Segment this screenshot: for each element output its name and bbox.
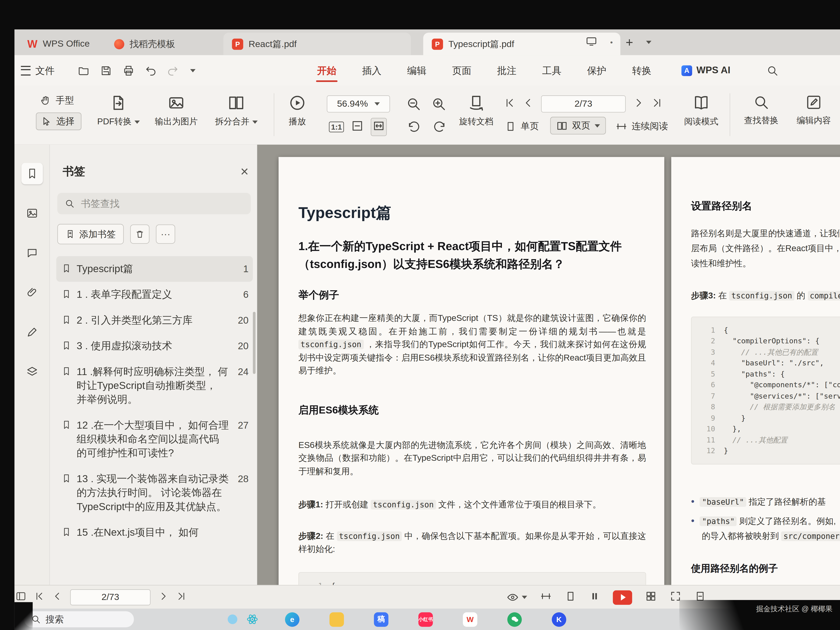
tab-docer-templates[interactable]: 找稻壳模板 xyxy=(106,33,218,55)
zoom-select[interactable]: 56.94% xyxy=(327,95,390,112)
last-page-button[interactable] xyxy=(651,97,663,111)
find-replace-button[interactable]: 查找替换 xyxy=(739,94,784,126)
add-bookmark-button[interactable]: 添加书签 xyxy=(57,224,124,244)
next-page-button[interactable] xyxy=(158,591,169,604)
tab-wps-home[interactable]: W WPS Office xyxy=(19,33,100,55)
tab-list-chevron-icon[interactable] xyxy=(646,41,651,44)
wps-ai-button[interactable]: A WPS AI xyxy=(681,55,730,86)
save-button[interactable] xyxy=(98,63,114,79)
select-tool-button[interactable]: 选择 xyxy=(36,112,82,130)
wechat-icon[interactable] xyxy=(507,612,522,627)
page-indicator-input[interactable]: 2/73 xyxy=(70,589,151,605)
previous-page-button[interactable] xyxy=(522,97,534,111)
previous-page-button[interactable] xyxy=(52,591,63,604)
pdf-convert-button[interactable]: PDF转换 xyxy=(93,94,144,128)
menu-tab-edit[interactable]: 编辑 xyxy=(405,55,429,86)
attachments-panel-button[interactable] xyxy=(21,282,43,303)
taskbar-search-box[interactable]: 搜索 xyxy=(24,611,134,627)
wps-app-icon[interactable]: W xyxy=(463,612,477,627)
keep-app-icon[interactable]: K xyxy=(552,612,566,627)
gaoding-app-icon[interactable]: 稿 xyxy=(374,612,388,627)
bookmark-search-input[interactable] xyxy=(80,197,243,210)
actual-size-button[interactable]: 1:1 xyxy=(329,122,344,132)
new-tab-button[interactable]: + xyxy=(625,36,633,49)
bookmark-item[interactable]: Typescript篇1 xyxy=(56,256,253,282)
edit-content-button[interactable]: 编辑内容 xyxy=(791,94,836,126)
double-page-icon xyxy=(556,120,568,131)
rotate-left-button[interactable] xyxy=(407,120,421,134)
more-options-button[interactable]: ··· xyxy=(156,224,175,244)
export-image-button[interactable]: 输出为图片 xyxy=(150,94,203,128)
bookmarks-panel-button[interactable] xyxy=(21,163,43,185)
bookmark-item[interactable]: 15 .在Next.js项目中， 如何 xyxy=(56,519,253,545)
print-button[interactable] xyxy=(120,63,137,79)
bookmark-item[interactable]: 11 .解释何时应明确标注类型， 何时让TypeScript自动推断类型， 并举… xyxy=(56,359,253,412)
rotate-right-button[interactable] xyxy=(433,120,446,134)
undo-button[interactable] xyxy=(143,63,159,79)
bookmark-item[interactable]: 13 . 实现一个装饰器来自动记录类的方法执行时间。 讨论装饰器在TypeScr… xyxy=(56,466,253,519)
first-page-button[interactable] xyxy=(34,591,44,604)
menu-tab-tools[interactable]: 工具 xyxy=(540,55,564,86)
page-mode-button[interactable] xyxy=(565,590,576,604)
menu-tab-protect[interactable]: 保护 xyxy=(585,55,609,86)
bookmark-item[interactable]: 3 . 使用虚拟滚动技术20 xyxy=(56,333,253,359)
doc-paragraph-intro: 想象你正在构建一座精美的大厦，而TypeScript（TS）就是你的建筑设计蓝图… xyxy=(298,312,646,377)
weather-widget-icon[interactable] xyxy=(225,612,239,627)
page-indicator-input[interactable]: 2/73 xyxy=(541,95,626,112)
fit-page-button[interactable] xyxy=(351,120,364,134)
zoom-out-button[interactable] xyxy=(406,96,421,111)
first-page-button[interactable] xyxy=(504,97,515,111)
layers-panel-button[interactable] xyxy=(21,361,43,382)
rotate-document-button[interactable]: 旋转文档 xyxy=(455,94,498,128)
file-menu-button[interactable]: 文件 xyxy=(21,55,55,86)
continuous-reading-button[interactable]: 连续阅读 xyxy=(616,120,668,132)
close-panel-button[interactable]: × xyxy=(240,164,249,178)
redo-button[interactable] xyxy=(164,63,181,79)
doc-subheading-alias: 设置路径别名 xyxy=(691,199,840,213)
bookmark-item[interactable]: 12 .在一个大型项目中， 如何合理组织模块和命名空间以提高代码的可维护性和可读… xyxy=(56,412,253,466)
bookmark-item[interactable]: 1 . 表单字段配置定义6 xyxy=(56,282,253,308)
menu-tab-insert[interactable]: 插入 xyxy=(360,55,384,86)
react-atom-icon[interactable] xyxy=(245,612,259,627)
play-button[interactable]: 播放 xyxy=(282,94,312,128)
pdf-page-left: Typescript篇 1.在一个新的TypeScript + React项目中… xyxy=(279,157,665,585)
present-monitor-icon[interactable] xyxy=(586,35,597,49)
open-file-button[interactable] xyxy=(76,63,92,79)
xiaohongshu-app-icon[interactable]: 小红书 xyxy=(418,612,433,627)
split-merge-button[interactable]: 拆分合并 xyxy=(211,94,262,128)
thumbnail-grid-button[interactable] xyxy=(645,590,657,604)
toggle-sidebar-button[interactable] xyxy=(16,591,26,604)
continuous-mode-button[interactable] xyxy=(540,590,552,604)
start-play-button[interactable] xyxy=(613,590,632,605)
double-page-button[interactable]: 双页 xyxy=(550,117,606,134)
menu-tab-convert[interactable]: 转换 xyxy=(630,55,654,86)
thumbnails-panel-button[interactable] xyxy=(21,202,43,224)
edge-browser-icon[interactable]: e xyxy=(285,612,300,627)
view-options-button[interactable] xyxy=(507,591,527,603)
bookmark-scrollbar[interactable] xyxy=(253,312,256,374)
bookmark-search-box[interactable] xyxy=(57,193,251,214)
doc-paragraph-alias: 路径别名则是大厦里的快速通道，让我们能 层布局（文件路径）。在React项目中，… xyxy=(691,226,840,271)
bullet-paths-continued: 的导入都将被映射到 src/componer xyxy=(691,529,840,543)
single-page-button[interactable]: 单页 xyxy=(505,120,539,132)
hand-tool-button[interactable]: 手型 xyxy=(36,92,82,109)
bookmark-icon xyxy=(62,289,71,299)
menu-tab-page[interactable]: 页面 xyxy=(450,55,474,86)
menubar-search-icon[interactable] xyxy=(764,63,781,79)
menu-tab-home[interactable]: 开始 xyxy=(315,55,338,86)
next-page-button[interactable] xyxy=(633,97,644,111)
bookmark-item[interactable]: 2 . 引入并类型化第三方库20 xyxy=(56,308,253,333)
tab-react-pdf[interactable]: P React篇.pdf xyxy=(223,33,411,55)
comments-panel-button[interactable] xyxy=(21,242,43,264)
bookmarks-panel: 书签 × 添加书签 ··· xyxy=(50,145,257,585)
menu-tab-comment[interactable]: 批注 xyxy=(495,55,518,86)
file-explorer-icon[interactable] xyxy=(330,612,344,627)
last-page-button[interactable] xyxy=(176,591,187,604)
read-mode-button[interactable]: 阅读模式 xyxy=(679,94,724,128)
pause-button[interactable] xyxy=(589,591,600,604)
annotate-panel-button[interactable] xyxy=(21,322,43,343)
fit-width-button[interactable] xyxy=(371,118,387,136)
quick-access-chevron-icon[interactable] xyxy=(185,63,201,79)
delete-bookmark-button[interactable] xyxy=(130,224,150,244)
zoom-in-button[interactable] xyxy=(431,96,446,111)
